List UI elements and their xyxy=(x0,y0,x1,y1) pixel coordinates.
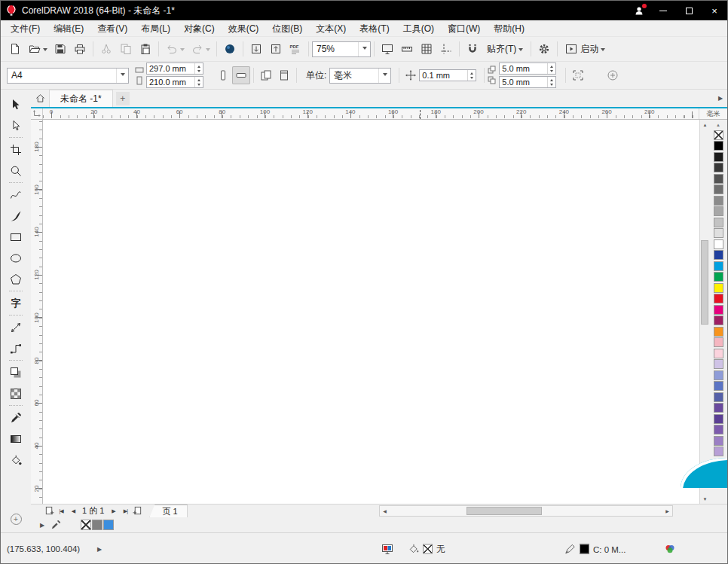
text-tool[interactable]: 字 xyxy=(8,296,24,310)
export-button[interactable] xyxy=(266,39,286,59)
outline-status[interactable]: C: 0 M... xyxy=(564,544,626,555)
quick-customize-button[interactable] xyxy=(604,66,622,84)
fullscreen-preview-button[interactable] xyxy=(378,39,397,59)
shape-tool[interactable] xyxy=(8,118,24,133)
palette-swatch[interactable] xyxy=(714,305,723,315)
document-tab[interactable]: 未命名 -1* xyxy=(49,90,113,107)
add-page-before-button[interactable] xyxy=(43,505,55,517)
ruler-origin-button[interactable] xyxy=(31,108,43,119)
show-rulers-button[interactable] xyxy=(397,39,417,59)
color-eyedropper-tool[interactable] xyxy=(8,410,24,425)
freehand-tool[interactable] xyxy=(8,187,24,202)
palette-swatch[interactable] xyxy=(714,316,723,325)
all-pages-button[interactable] xyxy=(257,66,275,84)
palette-swatch[interactable] xyxy=(714,327,723,337)
sign-in-button[interactable] xyxy=(628,1,650,20)
artistic-media-tool[interactable] xyxy=(8,209,24,223)
drop-shadow-tool[interactable] xyxy=(8,365,24,380)
units-combo[interactable]: 毫米 xyxy=(329,68,391,84)
import-button[interactable] xyxy=(246,39,266,59)
spinner-steppers[interactable] xyxy=(547,77,555,87)
palette-swatch[interactable] xyxy=(714,163,723,172)
zoom-tool[interactable] xyxy=(8,163,24,178)
menu-item-4[interactable]: 布局(L) xyxy=(134,20,177,37)
palette-swatch[interactable] xyxy=(714,184,723,194)
spinner-steppers[interactable] xyxy=(467,70,476,81)
document-palette-swatch[interactable] xyxy=(81,520,91,530)
undo-button[interactable] xyxy=(162,39,188,59)
page-height-spinner[interactable]: 210.0 mm xyxy=(146,76,203,88)
palette-swatch[interactable] xyxy=(714,228,723,238)
snap-dropdown[interactable]: 贴齐(T) xyxy=(482,39,528,59)
scroll-down-button[interactable]: ▼ xyxy=(700,494,710,504)
combo-arrow[interactable] xyxy=(378,69,390,83)
save-button[interactable] xyxy=(50,39,70,59)
page-width-spinner[interactable]: 297.0 mm xyxy=(146,62,203,75)
duplicate-x-spinner[interactable]: 5.0 mm xyxy=(499,62,556,75)
launch-dropdown[interactable]: 启动 xyxy=(561,39,610,59)
menu-item-10[interactable]: 工具(O) xyxy=(396,20,441,37)
duplicate-y-spinner[interactable]: 5.0 mm xyxy=(499,76,556,88)
menu-item-6[interactable]: 效果(C) xyxy=(222,20,266,37)
document-palette-swatch[interactable] xyxy=(103,520,114,530)
palette-swatch[interactable] xyxy=(714,294,723,303)
palette-swatch[interactable] xyxy=(714,130,723,140)
maximize-button[interactable] xyxy=(676,1,702,20)
customize-toolbox-button[interactable]: + xyxy=(11,514,22,525)
horizontal-scroll-thumb[interactable] xyxy=(466,507,542,515)
snap-to-button[interactable] xyxy=(463,39,482,59)
palette-swatch[interactable] xyxy=(714,381,723,391)
cut-button[interactable] xyxy=(96,39,116,59)
color-settings-indicator[interactable] xyxy=(664,543,676,555)
vertical-scroll-thumb[interactable] xyxy=(701,240,708,325)
options-button[interactable] xyxy=(534,39,554,59)
palette-swatch[interactable] xyxy=(714,206,723,216)
coordinates-expander[interactable]: ▶ xyxy=(97,546,102,553)
document-color-proof-indicator[interactable] xyxy=(381,543,393,555)
new-document-tab-button[interactable]: + xyxy=(116,92,130,105)
horizontal-scrollbar[interactable]: ◀ ▶ xyxy=(379,505,673,517)
connector-tool[interactable] xyxy=(8,341,24,355)
palette-swatch[interactable] xyxy=(714,283,723,293)
close-button[interactable]: × xyxy=(702,1,727,20)
menu-item-3[interactable]: 查看(V) xyxy=(90,20,134,37)
palette-swatch[interactable] xyxy=(714,152,723,162)
landscape-button[interactable] xyxy=(232,66,250,84)
transparency-tool[interactable] xyxy=(8,386,24,401)
show-grid-button[interactable] xyxy=(417,39,436,59)
parallel-dimension-tool[interactable] xyxy=(8,320,24,334)
drawing-canvas[interactable] xyxy=(43,120,699,504)
rectangle-tool[interactable] xyxy=(8,230,24,244)
welcome-home-button[interactable] xyxy=(31,90,49,107)
zoom-level-combo[interactable]: 75% xyxy=(312,41,371,57)
open-button[interactable] xyxy=(25,39,50,59)
crop-tool[interactable] xyxy=(8,142,24,157)
horizontal-ruler[interactable]: 020406080100120140160180200220240260280 xyxy=(43,108,699,119)
spinner-steppers[interactable] xyxy=(547,63,555,74)
palette-swatch[interactable] xyxy=(714,239,723,249)
palette-swatch[interactable] xyxy=(714,261,723,271)
copy-button[interactable] xyxy=(116,39,136,59)
palette-swatch[interactable] xyxy=(714,403,723,413)
current-page-button[interactable] xyxy=(275,66,293,84)
nudge-spinner[interactable]: 0.1 mm xyxy=(419,69,476,81)
menu-item-7[interactable]: 位图(B) xyxy=(265,20,309,37)
portrait-button[interactable] xyxy=(214,66,232,84)
polygon-tool[interactable] xyxy=(8,272,24,286)
palette-swatch[interactable] xyxy=(714,370,723,380)
palette-swatch[interactable] xyxy=(714,337,723,347)
menu-item-1[interactable]: 文件(F) xyxy=(4,20,47,37)
interactive-fill-tool[interactable] xyxy=(8,431,24,446)
palette-swatch[interactable] xyxy=(714,359,723,369)
palette-swatch[interactable] xyxy=(714,447,723,456)
palette-swatch[interactable] xyxy=(714,174,723,184)
palette-swatch[interactable] xyxy=(714,349,723,358)
redo-button[interactable] xyxy=(188,39,213,59)
spinner-steppers[interactable] xyxy=(194,63,203,74)
fill-status[interactable]: 无 xyxy=(408,544,445,555)
menu-item-5[interactable]: 对象(C) xyxy=(177,20,222,37)
menu-item-9[interactable]: 表格(T) xyxy=(353,20,396,37)
menu-item-11[interactable]: 窗口(W) xyxy=(441,20,487,37)
paper-preset-combo[interactable]: A4 xyxy=(7,68,129,84)
palette-swatch[interactable] xyxy=(714,141,723,151)
